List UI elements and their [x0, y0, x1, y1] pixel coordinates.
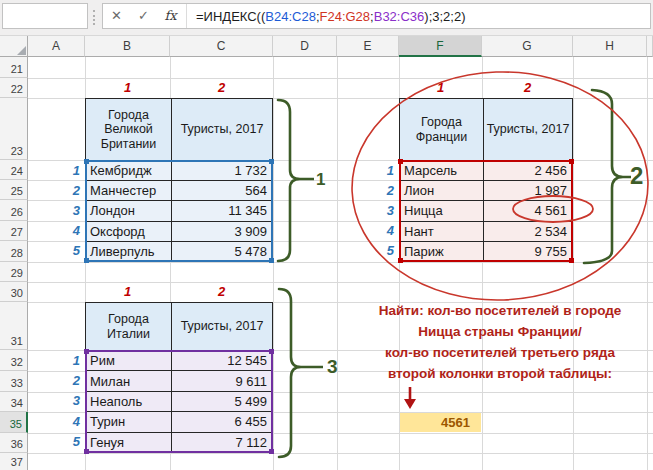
task-note-line: Найти: кол-во посетителей в городе — [350, 300, 650, 321]
row-header-33[interactable]: 33 — [0, 371, 28, 392]
france-row-index-cell[interactable]: 1 — [337, 160, 399, 180]
britain-value-cell[interactable]: 5 478 — [171, 241, 272, 261]
britain-row-index-cell[interactable]: 4 — [28, 221, 85, 241]
column-header-a[interactable]: A — [28, 36, 85, 57]
italy-header-value[interactable]: Туристы, 2017 — [171, 303, 272, 350]
italy-row-index-cell[interactable]: 1 — [28, 350, 85, 370]
column-header-h[interactable]: H — [573, 36, 647, 57]
britain-row-index-cell[interactable]: 2 — [28, 180, 85, 200]
britain-table-grid: Города Великой Британии Туристы, 2017 Ке… — [85, 98, 273, 262]
row-header-29[interactable]: 29 — [0, 262, 28, 282]
britain-city-cell[interactable]: Лондон — [86, 200, 171, 220]
france-value-cell[interactable]: 2 534 — [483, 221, 572, 241]
column-header-f[interactable]: F — [399, 36, 482, 57]
formula-divider — [186, 4, 187, 28]
france-value-cell[interactable]: 4 561 — [483, 200, 572, 220]
task-note-line: кол-во посетителей третьего ряда — [350, 342, 650, 363]
formula-bar-separator — [93, 10, 95, 25]
britain-value-cell[interactable]: 3 909 — [171, 221, 272, 241]
britain-row-index-cell[interactable]: 5 — [28, 241, 85, 261]
result-cell[interactable]: 4561 — [400, 413, 481, 432]
row-header-24[interactable]: 24 — [0, 160, 28, 180]
france-row-index-cell[interactable]: 5 — [337, 241, 399, 261]
france-header-city[interactable]: Города Франции — [400, 99, 483, 160]
column-header-c[interactable]: C — [170, 36, 273, 57]
britain-city-cell[interactable]: Манчестер — [86, 180, 171, 200]
italy-value-cell[interactable]: 9 611 — [171, 370, 272, 390]
france-city-cell[interactable]: Париж — [400, 241, 483, 261]
italy-row-index-cell[interactable]: 5 — [28, 432, 85, 452]
italy-header-city[interactable]: Города Италии — [86, 303, 171, 350]
france-header-value[interactable]: Туристы, 2017 — [483, 99, 572, 160]
row-header-36[interactable]: 36 — [0, 433, 28, 453]
britain-city-cell[interactable]: Кембридж — [86, 160, 171, 180]
italy-city-cell[interactable]: Милан — [86, 370, 171, 390]
row-header-31[interactable]: 31 — [0, 302, 28, 350]
france-value-cell[interactable]: 2 456 — [483, 160, 572, 180]
select-all-corner[interactable] — [0, 36, 28, 57]
france-value-cell[interactable]: 1 987 — [483, 180, 572, 200]
france-city-cell[interactable]: Марсель — [400, 160, 483, 180]
britain-value-cell[interactable]: 1 732 — [171, 160, 272, 180]
france-value-cell[interactable]: 9 755 — [483, 241, 572, 261]
italy-city-cell[interactable]: Рим — [86, 350, 171, 370]
britain-value-cell[interactable]: 11 345 — [171, 200, 272, 220]
task-note-line: второй колонки второй таблицы: — [350, 363, 650, 384]
france-index-column: 12345 — [337, 160, 399, 262]
britain-header-city[interactable]: Города Великой Британии — [86, 99, 171, 160]
row-header-37[interactable]: 37 — [0, 453, 28, 470]
italy-city-cell[interactable]: Неаполь — [86, 391, 171, 411]
cancel-button[interactable]: ✕ — [103, 4, 130, 28]
column-header-b[interactable]: B — [85, 36, 170, 57]
britain-col1-label: 1 — [85, 80, 170, 95]
italy-value-cell[interactable]: 6 455 — [171, 411, 272, 431]
row-header-30[interactable]: 30 — [0, 282, 28, 302]
column-header-d[interactable]: D — [273, 36, 337, 57]
italy-row-index-cell[interactable]: 4 — [28, 411, 85, 431]
row-header-35[interactable]: 35 — [0, 412, 28, 433]
row-header-22[interactable]: 22 — [0, 78, 28, 98]
insert-function-button[interactable]: fx — [157, 4, 184, 28]
france-row-index-cell[interactable]: 3 — [337, 200, 399, 220]
row-header-26[interactable]: 26 — [0, 200, 28, 221]
italy-table-grid: Города Италии Туристы, 2017 Рим12 545Мил… — [85, 302, 273, 453]
britain-header-value[interactable]: Туристы, 2017 — [171, 99, 272, 160]
row-header-23[interactable]: 23 — [0, 98, 28, 160]
italy-value-cell[interactable]: 12 545 — [171, 350, 272, 370]
britain-row-index-cell[interactable]: 3 — [28, 200, 85, 220]
formula-bar-strip: ✕ ✓ fx =ИНДЕКС((B24:C28;F24:G28;B32:C36)… — [0, 0, 653, 36]
column-header-g[interactable]: G — [482, 36, 573, 57]
britain-value-cell[interactable]: 564 — [171, 180, 272, 200]
row-header-32[interactable]: 32 — [0, 350, 28, 371]
enter-button[interactable]: ✓ — [130, 4, 157, 28]
row-header-27[interactable]: 27 — [0, 221, 28, 241]
row-header-21[interactable]: 21 — [0, 57, 28, 78]
formula-part: );3;2;2) — [424, 9, 465, 24]
task-note: Найти: кол-во посетителей в городе Ницца… — [350, 300, 650, 384]
formula-input[interactable]: =ИНДЕКС((B24:C28;F24:G28;B32:C36);3;2;2) — [189, 9, 650, 24]
formula-part: =ИНДЕКС(( — [196, 9, 265, 24]
france-row-index-cell[interactable]: 4 — [337, 221, 399, 241]
france-city-cell[interactable]: Нант — [400, 221, 483, 241]
row-header-25[interactable]: 25 — [0, 180, 28, 200]
name-box[interactable] — [2, 3, 88, 29]
britain-city-cell[interactable]: Оксфорд — [86, 221, 171, 241]
britain-row-index-cell[interactable]: 1 — [28, 160, 85, 180]
italy-city-cell[interactable]: Генуя — [86, 432, 171, 452]
france-city-cell[interactable]: Лион — [400, 180, 483, 200]
italy-row-index-cell[interactable]: 3 — [28, 391, 85, 411]
brace-3 — [279, 289, 323, 457]
formula-part: F24:G28 — [320, 9, 371, 24]
row-header-28[interactable]: 28 — [0, 241, 28, 262]
italy-row-index-cell[interactable]: 2 — [28, 370, 85, 390]
column-header-e[interactable]: E — [337, 36, 399, 57]
italy-city-cell[interactable]: Турин — [86, 411, 171, 431]
italy-value-cell[interactable]: 7 112 — [171, 432, 272, 452]
france-row-index-cell[interactable]: 2 — [337, 180, 399, 200]
britain-city-cell[interactable]: Ливерпуль — [86, 241, 171, 261]
france-city-cell[interactable]: Ницца — [400, 200, 483, 220]
italy-value-cell[interactable]: 5 499 — [171, 391, 272, 411]
gridline-v — [273, 57, 274, 470]
row-header-34[interactable]: 34 — [0, 392, 28, 412]
gridline-h — [28, 78, 653, 79]
